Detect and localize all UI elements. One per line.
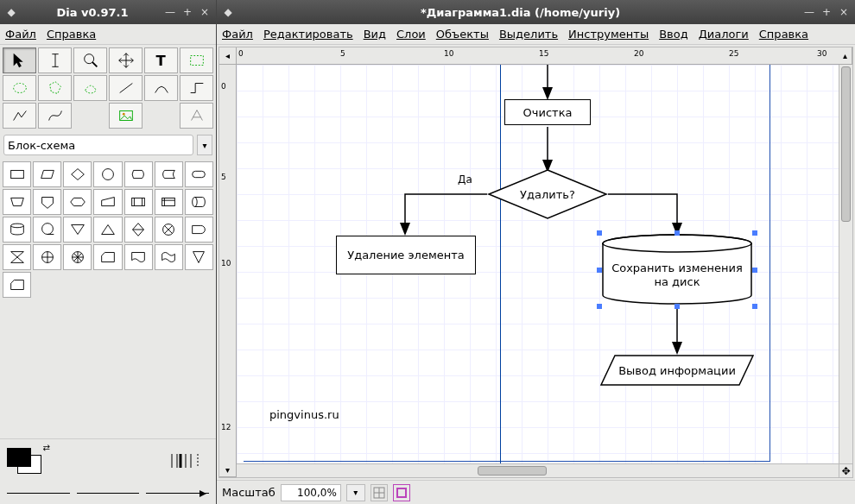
snap-toggle[interactable] bbox=[370, 484, 388, 501]
shape-offpage[interactable] bbox=[33, 189, 61, 215]
shape-punched-card[interactable] bbox=[93, 244, 122, 270]
minimize-icon[interactable]: — bbox=[164, 6, 176, 18]
menu-edit[interactable]: Редактировать bbox=[263, 28, 353, 41]
nav-corner-icon[interactable]: ✥ bbox=[839, 463, 852, 477]
shape-stored-data[interactable] bbox=[155, 161, 183, 187]
node-label: Очистка bbox=[523, 106, 573, 119]
tool-pointer[interactable] bbox=[3, 47, 36, 73]
line-pattern[interactable] bbox=[166, 449, 209, 473]
shape-sort[interactable] bbox=[124, 217, 153, 243]
shape-merge[interactable] bbox=[93, 217, 122, 243]
shape-summing[interactable] bbox=[63, 244, 92, 270]
tool-line[interactable] bbox=[109, 75, 142, 101]
endarrow-selector[interactable] bbox=[146, 493, 209, 494]
horizontal-ruler[interactable]: 0 5 10 15 20 25 30 bbox=[237, 47, 839, 65]
shape-collate[interactable] bbox=[3, 244, 31, 270]
shape-tape[interactable] bbox=[33, 217, 61, 243]
ruler-corner-tr[interactable]: ▴ bbox=[839, 47, 852, 65]
vertical-guide[interactable] bbox=[500, 65, 501, 463]
menu-view[interactable]: Вид bbox=[364, 28, 386, 41]
shape-internal-storage[interactable] bbox=[155, 189, 183, 215]
node-process-delete-elem[interactable]: Удаление элемента bbox=[336, 236, 476, 274]
tool-text-edit[interactable] bbox=[38, 47, 72, 73]
shape-offpage-down[interactable] bbox=[185, 244, 213, 270]
ruler-corner-bl[interactable]: ▾ bbox=[219, 463, 237, 477]
arrow-style-row bbox=[0, 482, 216, 504]
shape-punched-tape[interactable] bbox=[155, 244, 183, 270]
canvas-minimize-icon[interactable]: — bbox=[803, 6, 815, 18]
svg-line-5 bbox=[119, 84, 132, 93]
sheet-dropdown-button[interactable]: ▾ bbox=[197, 135, 212, 155]
tool-polyline[interactable] bbox=[3, 103, 36, 129]
node-output-info[interactable]: Вывод информации bbox=[599, 354, 755, 387]
canvas-titlebar[interactable]: ◆ *Диаграмма1.dia (/home/yuriy) — + × bbox=[217, 0, 855, 24]
zoom-input[interactable] bbox=[281, 484, 341, 501]
tool-outline[interactable] bbox=[180, 103, 213, 129]
menu-dialogs[interactable]: Диалоги bbox=[699, 28, 749, 41]
shape-magnetic-disk[interactable] bbox=[3, 217, 31, 243]
node-process-clean[interactable]: Очистка bbox=[504, 99, 591, 125]
app-icon: ◆ bbox=[5, 6, 17, 18]
menu-select[interactable]: Выделить bbox=[499, 28, 558, 41]
vertical-scrollbar[interactable] bbox=[839, 65, 852, 463]
menu-file[interactable]: Файл bbox=[222, 28, 253, 41]
sheet-name-input[interactable] bbox=[3, 135, 193, 155]
shape-manual-op[interactable] bbox=[3, 189, 31, 215]
menu-file[interactable]: Файл bbox=[5, 28, 36, 41]
tool-bezier[interactable] bbox=[38, 103, 72, 129]
tool-image[interactable] bbox=[109, 103, 142, 129]
toolbox-titlebar[interactable]: ◆ Dia v0.97.1 — + × bbox=[0, 0, 216, 24]
svg-point-7 bbox=[122, 113, 124, 116]
horizontal-scrollbar[interactable] bbox=[237, 463, 839, 477]
tool-zigzag[interactable] bbox=[180, 75, 213, 101]
tool-polygon[interactable] bbox=[38, 75, 72, 101]
shape-loop-limit[interactable] bbox=[3, 272, 31, 298]
menu-help2[interactable]: Справка bbox=[759, 28, 808, 41]
tool-scroll[interactable] bbox=[109, 47, 142, 73]
shape-or[interactable] bbox=[155, 217, 183, 243]
vertical-ruler[interactable]: 0 5 10 12 bbox=[219, 65, 237, 463]
tool-beziergon[interactable] bbox=[73, 75, 107, 101]
tool-ellipse[interactable] bbox=[3, 75, 36, 101]
node-storage-save[interactable]: Сохранить изменения на диск bbox=[599, 233, 755, 306]
tool-zoom[interactable] bbox=[73, 47, 107, 73]
shape-manual-input[interactable] bbox=[93, 189, 122, 215]
swap-colors-icon[interactable]: ⇄ bbox=[43, 443, 50, 452]
fgcolor-swatch[interactable] bbox=[7, 448, 31, 467]
menu-help[interactable]: Справка bbox=[47, 28, 96, 41]
diagram-canvas[interactable]: Очистка Удалить? Да Удаление элемента bbox=[237, 65, 839, 463]
tool-box[interactable] bbox=[180, 47, 213, 73]
linestyle-selector[interactable] bbox=[77, 493, 140, 494]
close-icon[interactable]: × bbox=[199, 6, 211, 18]
shape-decision[interactable] bbox=[63, 161, 92, 187]
menu-tools[interactable]: Инструменты bbox=[568, 28, 649, 41]
shape-parallelogram[interactable] bbox=[33, 161, 61, 187]
toolbox-window: ◆ Dia v0.97.1 — + × Файл Справка T bbox=[0, 0, 217, 504]
colorswatch[interactable]: ⇄ bbox=[7, 448, 41, 474]
shape-magnetic-drum[interactable] bbox=[185, 189, 213, 215]
shape-preparation[interactable] bbox=[63, 189, 92, 215]
menu-input[interactable]: Ввод bbox=[659, 28, 688, 41]
canvas-maximize-icon[interactable]: + bbox=[820, 6, 833, 18]
shape-terminal[interactable] bbox=[185, 161, 213, 187]
shape-predef-process[interactable] bbox=[124, 189, 153, 215]
ruler-corner[interactable]: ◂ bbox=[219, 47, 237, 65]
shape-document[interactable] bbox=[124, 244, 153, 270]
node-decision-delete[interactable]: Удалить? bbox=[487, 168, 608, 220]
object-snap-toggle[interactable] bbox=[393, 484, 410, 501]
shape-connector[interactable] bbox=[93, 161, 122, 187]
canvas-close-icon[interactable]: × bbox=[838, 6, 850, 18]
shape-junction[interactable] bbox=[33, 244, 61, 270]
tool-arc[interactable] bbox=[144, 75, 178, 101]
startarrow-selector[interactable] bbox=[7, 493, 70, 494]
menu-layers[interactable]: Слои bbox=[396, 28, 426, 41]
shape-extract[interactable] bbox=[63, 217, 92, 243]
tool-text[interactable]: T bbox=[144, 47, 178, 73]
maximize-icon[interactable]: + bbox=[181, 6, 193, 18]
shape-process[interactable] bbox=[3, 161, 31, 187]
hruler-tick: 25 bbox=[729, 49, 738, 58]
zoom-dropdown[interactable]: ▾ bbox=[346, 484, 365, 501]
shape-delay[interactable] bbox=[185, 217, 213, 243]
menu-objects[interactable]: Объекты bbox=[436, 28, 489, 41]
shape-display[interactable] bbox=[124, 161, 153, 187]
